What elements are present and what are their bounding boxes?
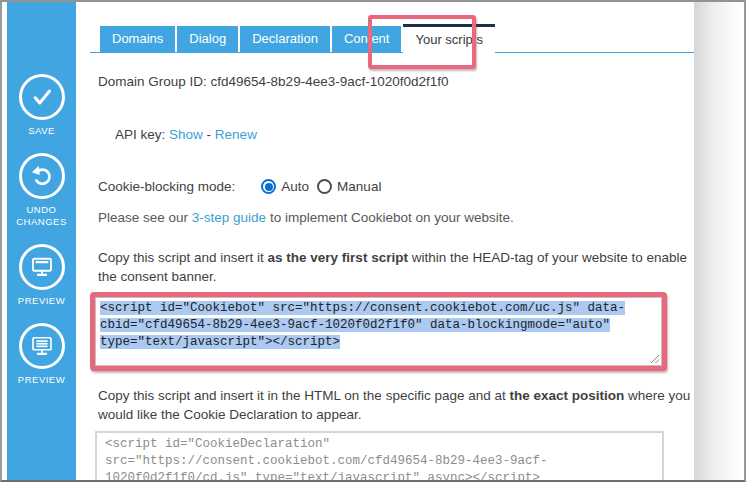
monitor-declaration-icon	[19, 323, 65, 369]
guide-row: Please see our 3-step guide to implement…	[98, 210, 514, 225]
three-step-guide-link[interactable]: 3-step guide	[192, 210, 266, 225]
cookiebot-admin-panel: SAVE UNDO CHANGES PREVIEW	[0, 0, 746, 482]
radio-manual-unselected-icon[interactable]	[317, 179, 332, 194]
undo-changes-label: UNDO CHANGES	[7, 204, 76, 228]
banner-instruction-bold: as the very first script	[268, 250, 408, 265]
undo-arrow-icon	[19, 153, 65, 199]
banner-script-code-selected: <script id="Cookiebot" src="https://cons…	[100, 301, 625, 349]
declaration-instruction-bold: the exact position	[509, 388, 624, 403]
radio-option-auto[interactable]: Auto	[261, 179, 309, 194]
save-button[interactable]: SAVE	[7, 74, 76, 137]
banner-script-textarea[interactable]: <script id="Cookiebot" src="https://cons…	[95, 297, 662, 366]
banner-script-instruction: Copy this script and insert it as the ve…	[98, 248, 698, 286]
guide-text-post: to implement Cookiebot on your website.	[266, 210, 514, 225]
tab-content[interactable]: Content	[332, 26, 402, 52]
cookie-blocking-mode-label: Cookie-blocking mode:	[98, 179, 235, 194]
radio-option-manual[interactable]: Manual	[317, 179, 381, 194]
radio-auto-selected-icon[interactable]	[261, 179, 276, 194]
declaration-instruction-pre: Copy this script and insert it in the HT…	[98, 388, 509, 403]
tab-dialog[interactable]: Dialog	[177, 26, 238, 52]
api-key-separator: -	[207, 127, 212, 142]
save-check-icon	[19, 74, 65, 120]
api-key-row: API key: Show - Renew	[115, 127, 257, 142]
save-label: SAVE	[24, 125, 59, 137]
preview-dialog-label: PREVIEW	[14, 295, 69, 307]
right-edge-gradient	[694, 2, 744, 480]
preview-declaration-label: PREVIEW	[14, 374, 69, 386]
api-key-label: API key:	[115, 127, 165, 142]
domain-group-id-value: cfd49654-8b29-4ee3-9acf-1020f0d2f1f0	[211, 74, 449, 89]
radio-auto-label: Auto	[281, 179, 309, 194]
tab-bar: Domains Dialog Declaration Content Your …	[90, 23, 694, 53]
undo-changes-button[interactable]: UNDO CHANGES	[7, 153, 76, 228]
monitor-dialog-icon	[19, 244, 65, 290]
banner-instruction-pre: Copy this script and insert it	[98, 250, 268, 265]
declaration-script-instruction: Copy this script and insert it in the HT…	[98, 386, 698, 424]
textarea-resize-handle-icon[interactable]	[650, 354, 660, 364]
radio-manual-label: Manual	[337, 179, 381, 194]
domain-group-id-label: Domain Group ID:	[98, 74, 207, 89]
left-toolbar: SAVE UNDO CHANGES PREVIEW	[7, 2, 76, 480]
tab-domains[interactable]: Domains	[100, 26, 175, 52]
annotation-box-banner-script: <script id="Cookiebot" src="https://cons…	[90, 292, 667, 371]
api-key-renew-link[interactable]: Renew	[215, 127, 257, 142]
preview-dialog-button[interactable]: PREVIEW	[7, 244, 76, 307]
declaration-script-textarea[interactable]: <script id="CookieDeclaration" src="http…	[95, 431, 664, 482]
cookie-blocking-mode-row: Cookie-blocking mode: Auto Manual	[98, 179, 389, 194]
preview-declaration-button[interactable]: PREVIEW	[7, 323, 76, 386]
domain-group-id-row: Domain Group ID: cfd49654-8b29-4ee3-9acf…	[98, 74, 449, 89]
guide-text-pre: Please see our	[98, 210, 192, 225]
tab-your-scripts[interactable]: Your scripts	[403, 24, 494, 53]
cookie-blocking-mode-options: Auto Manual	[261, 179, 389, 194]
tab-declaration[interactable]: Declaration	[240, 26, 330, 52]
api-key-show-link[interactable]: Show	[169, 127, 203, 142]
